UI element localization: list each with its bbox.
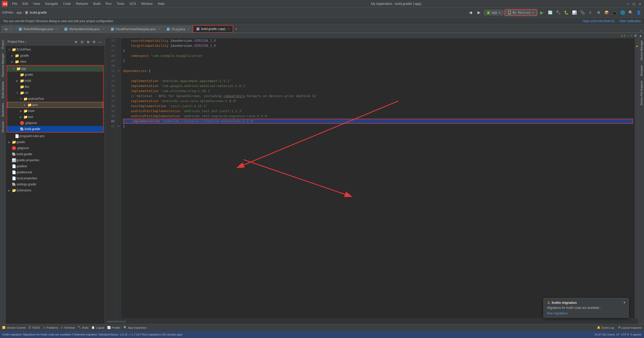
editor-scrollbar[interactable]	[635, 38, 638, 318]
tab-app-inspection[interactable]: 🔍 App Inspection	[124, 326, 146, 329]
layout-inspector-button[interactable]: ⚒ Layout Inspector	[618, 326, 642, 329]
run-button[interactable]: ▶	[538, 9, 545, 16]
avd-button[interactable]: 📱	[611, 9, 618, 16]
panel-build-variants[interactable]: Build Variants	[0, 79, 5, 100]
tree-item-app[interactable]: ▼ 📁 app	[7, 66, 103, 72]
event-log-button[interactable]: 🔔 Event Log	[597, 326, 614, 329]
maximize-button[interactable]: □	[632, 2, 636, 6]
locate-file-button[interactable]: ⊕	[73, 39, 78, 44]
menu-edit[interactable]: Edit	[20, 1, 30, 6]
popup-collapse-icon[interactable]: ▾	[624, 301, 625, 304]
tree-item-root[interactable]: ▼ 📁 D:\ASFiles	[6, 47, 105, 53]
panel-device-manager[interactable]: Device Manager	[639, 38, 644, 62]
minimize-button[interactable]: ─	[626, 2, 630, 6]
code-area[interactable]: sourceCompatibility JavaVersion.VERSION_…	[121, 38, 635, 318]
tree-item-gradlew[interactable]: 📄 gradlew	[6, 163, 105, 169]
tab-retrofit[interactable]: J Retrofit2Manager.java ✕	[15, 25, 61, 32]
tab-handler-close[interactable]: ✕	[102, 27, 104, 31]
menu-window[interactable]: Window	[139, 1, 155, 6]
menu-code[interactable]: Code	[61, 1, 73, 6]
panel-bookmarks[interactable]: Bookmarks	[0, 101, 5, 119]
open-project-structure-link[interactable]: Open (Ctrl+Alt+Shift+S)	[583, 19, 614, 23]
run-config-selector[interactable]: ▶ app ▾	[484, 10, 503, 15]
panel-emulator[interactable]: Emulator	[639, 63, 644, 78]
sync-button[interactable]: 🔄	[547, 9, 553, 16]
back-button[interactable]: ◀	[467, 9, 474, 16]
menu-view[interactable]: View	[31, 1, 42, 6]
run-migrations-link[interactable]: Run migrations	[547, 312, 568, 315]
tab-problems[interactable]: ⚠ Problems	[43, 326, 58, 329]
build-button[interactable]: 🔨	[555, 9, 561, 16]
tab-cloudpurchase-close[interactable]: ✕	[157, 27, 160, 31]
account-button[interactable]: 👤	[635, 9, 642, 16]
tab-buildgradle[interactable]: G build.gradle (:app) ✕	[193, 25, 233, 32]
tab-terminal[interactable]: ▷ Terminal	[61, 326, 75, 329]
debug-button[interactable]: 🐛	[563, 9, 570, 16]
tab-buildgradle-close[interactable]: ✕	[227, 27, 230, 31]
translate-button[interactable]: 🌐	[619, 9, 626, 16]
menu-refactor[interactable]: Refactor	[74, 1, 90, 6]
tree-item-proguard[interactable]: 📄 proguard-rules.pro	[6, 133, 105, 139]
tree-item-root-gitignore[interactable]: 🔴 .gitignore	[6, 145, 105, 151]
menu-run[interactable]: Run	[104, 1, 114, 6]
expand-all-button[interactable]: ⊞	[86, 39, 91, 44]
tab-version-control[interactable]: 🔀 Version Control	[2, 326, 25, 329]
attach-button[interactable]: 📎	[579, 9, 586, 16]
breadcrumb-app[interactable]: app	[16, 11, 22, 14]
panel-resource-manager[interactable]: Resource Manager	[0, 51, 5, 79]
menu-build[interactable]: Build	[91, 1, 103, 6]
menu-navigate[interactable]: Navigate	[43, 1, 60, 6]
tree-item-extensions[interactable]: ▶ 📁 Extensions	[6, 187, 105, 193]
tree-item-libs[interactable]: 📁 libs	[7, 84, 103, 90]
sdk-button[interactable]: 📦	[603, 9, 610, 16]
panel-device-file-explorer[interactable]: Device File Explorer	[639, 78, 644, 107]
menu-vcs[interactable]: VCS	[127, 1, 138, 6]
recent-files-button[interactable]: ⊞	[640, 29, 642, 32]
breadcrumb-file[interactable]: G build.gradle	[25, 11, 47, 15]
tree-item-gradlewbat[interactable]: 📄 gradlew.bat	[6, 169, 105, 175]
devices-selector[interactable]: No Devices ▾	[505, 10, 537, 15]
tree-item-buildgradle-selected[interactable]: 🐘 build.gradle	[7, 126, 103, 132]
breadcrumb-asfiles[interactable]: ASFiles	[2, 11, 13, 14]
tab-xlog-close[interactable]: ✕	[187, 27, 189, 31]
tree-item-gradleprops[interactable]: 📊 gradle.properties	[6, 157, 105, 163]
collapse-button[interactable]: ▲	[639, 34, 642, 37]
tree-item-src[interactable]: ▼ 📁 src	[7, 90, 103, 96]
tab-profiler[interactable]: 📈 Profiler	[107, 326, 120, 329]
gear-button[interactable]: ⚙	[92, 39, 97, 44]
tree-item-dotgradle[interactable]: ▶ 📁 .gradle	[6, 53, 105, 59]
profile-button[interactable]: 📊	[571, 9, 578, 16]
close-button[interactable]: ✕	[638, 2, 642, 6]
settings-button[interactable]: ⚙	[595, 9, 602, 16]
coverage-button[interactable]: ✓	[587, 9, 594, 16]
hide-panel-button[interactable]: —	[98, 39, 103, 44]
settings-editor-button[interactable]: ⚙	[634, 34, 637, 37]
menu-file[interactable]: File	[10, 1, 19, 6]
tree-item-main[interactable]: ▶ 📁 main	[7, 108, 103, 114]
tab-logcat[interactable]: 📋 Logcat	[91, 326, 104, 329]
panel-project[interactable]: Project	[0, 38, 5, 51]
tab-handler[interactable]: J MyHandlerActivity.java ✕	[61, 25, 107, 32]
tree-item-root-buildgradle[interactable]: 🐘 build.gradle	[6, 151, 105, 157]
menu-help[interactable]: Help	[156, 1, 167, 6]
tab-xlog[interactable]: J XLog.java ✕	[163, 25, 192, 32]
tree-item-build[interactable]: ▶ 📁 build	[7, 78, 103, 84]
tree-item-test[interactable]: ▶ 📁 test	[7, 114, 103, 120]
tree-item-gradle-root[interactable]: ▶ 📁 gradle	[6, 139, 105, 145]
tree-item-dotidea[interactable]: ▶ 📁 .idea	[6, 59, 105, 65]
forward-button[interactable]: ▶	[475, 9, 482, 16]
tree-item-settingsgradle[interactable]: 🐘 settings.gradle	[6, 181, 105, 187]
tree-item-java[interactable]: ▶ 📁 java	[7, 102, 103, 108]
tab-cloudpurchase[interactable]: J CloudPurchaseDialogApi.java ✕	[107, 25, 163, 32]
search-button[interactable]: 🔍	[627, 9, 634, 16]
tab-more-button[interactable]: ▾	[233, 25, 239, 32]
tree-item-app-gitignore[interactable]: 🔴 .gitignore	[7, 120, 103, 126]
hide-notification-link[interactable]: Hide notification	[620, 19, 641, 23]
tab-retrofit-close[interactable]: ✕	[55, 27, 57, 31]
tab-va[interactable]: va ✕	[1, 25, 15, 32]
tree-item-app-gradle[interactable]: 📁 gradle	[7, 72, 103, 78]
tab-todo[interactable]: ☰ TODO	[28, 326, 40, 329]
menu-tools[interactable]: Tools	[115, 1, 126, 6]
tree-item-androidtest[interactable]: ▼ 📁 androidTest	[7, 96, 103, 102]
tab-va-close[interactable]: ✕	[10, 27, 12, 31]
